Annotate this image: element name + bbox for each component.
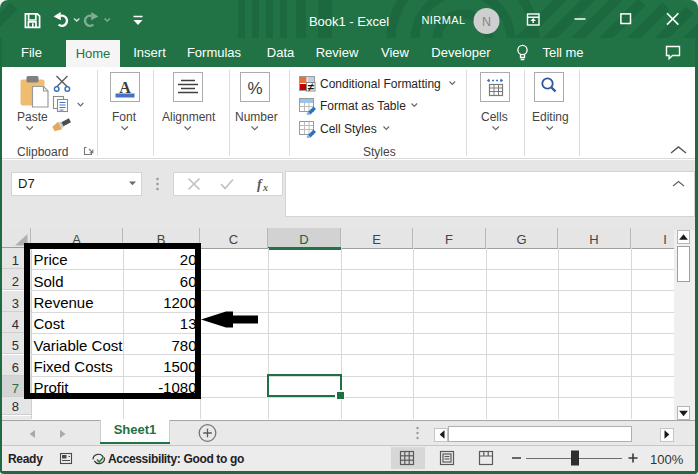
svg-text:%: % — [247, 79, 262, 98]
svg-text:x: x — [262, 182, 268, 193]
svg-text:N: N — [482, 15, 491, 29]
svg-text:A: A — [119, 79, 131, 96]
svg-text:NIRMAL: NIRMAL — [422, 14, 466, 26]
svg-text:Book1 - Excel: Book1 - Excel — [309, 14, 389, 29]
svg-text:≠: ≠ — [308, 81, 315, 93]
